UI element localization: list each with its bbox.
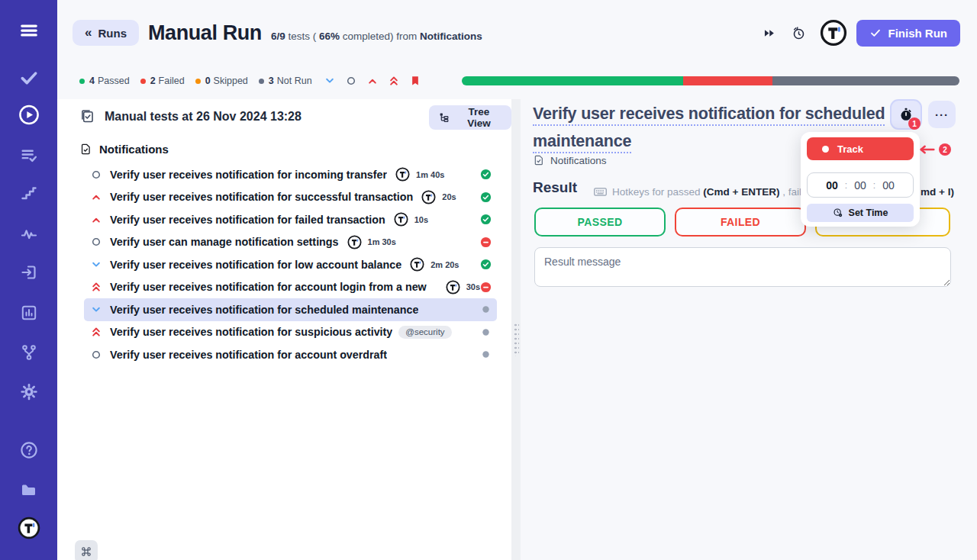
test-row[interactable]: Verify user receives notification for su… <box>84 321 497 344</box>
run-checklist-icon <box>79 108 95 124</box>
legend-item-skipped: 0Skipped <box>195 76 248 86</box>
status-dot <box>259 79 264 84</box>
play-circle-icon[interactable] <box>18 104 40 126</box>
page-title: Manual Run <box>148 21 262 45</box>
annotation-arrow-icon <box>916 144 937 155</box>
priority-high-icon <box>90 191 102 203</box>
test-title: Verify user receives notification for in… <box>110 169 387 181</box>
test-row[interactable]: Verify user receives notification for ac… <box>84 276 497 299</box>
tree-view-icon <box>438 111 450 124</box>
progress-segment-notrun <box>772 76 959 85</box>
pulse-icon[interactable] <box>20 225 38 243</box>
test-title: Verify user can manage notification sett… <box>110 236 339 248</box>
command-shortcut-button[interactable] <box>75 540 98 560</box>
progress-segment-failed <box>683 76 772 85</box>
chevrons-up-red-icon[interactable] <box>388 75 400 87</box>
priority-filters <box>324 75 421 87</box>
run-title-row: Manual tests at 26 Nov 2024 13:28 <box>79 108 301 124</box>
status-passed-icon <box>480 169 492 180</box>
test-source-logo-icon <box>395 167 410 182</box>
hours-input[interactable]: 00 <box>826 179 838 191</box>
failed-button[interactable]: FAILED <box>675 208 806 237</box>
status-notrun-icon <box>480 349 492 360</box>
list-check-icon[interactable] <box>19 146 38 165</box>
branch-icon[interactable] <box>20 343 38 362</box>
status-failed-icon <box>480 282 492 293</box>
check-icon[interactable] <box>19 67 39 87</box>
test-title: Verify user receives notification for lo… <box>110 259 401 271</box>
status-passed-icon <box>480 191 492 203</box>
help-icon[interactable] <box>20 441 38 459</box>
priority-normal-icon <box>90 236 102 248</box>
folder-icon[interactable] <box>20 481 38 499</box>
test-row[interactable]: Verify user receives notification for fa… <box>84 208 497 231</box>
hotkeys-text: Hotkeys for passed <box>612 186 703 198</box>
test-title: Verify user receives notification for ac… <box>110 349 387 361</box>
status-dot <box>79 79 85 84</box>
sidebar <box>0 0 57 560</box>
test-tag-badge: @security <box>398 326 451 339</box>
test-list-panel: Manual tests at 26 Nov 2024 13:28 Tree V… <box>57 99 511 560</box>
back-to-runs-button[interactable]: « Runs <box>73 20 139 46</box>
status-passed-icon <box>480 214 492 225</box>
test-source-logo-icon <box>410 257 424 272</box>
status-legend: 4Passed2Failed0Skipped3Not Run <box>79 76 312 86</box>
result-message-input[interactable] <box>534 247 951 287</box>
chart-icon[interactable] <box>20 304 38 322</box>
finish-run-label: Finish Run <box>888 27 948 40</box>
steps-icon[interactable] <box>20 184 38 202</box>
legend-count: 3 <box>269 76 274 86</box>
minutes-input[interactable]: 00 <box>854 179 866 191</box>
import-icon[interactable] <box>20 263 38 282</box>
fast-forward-icon[interactable] <box>762 26 776 40</box>
legend-count: 2 <box>150 76 156 86</box>
timer-popup: Track 00 : 00 : 00 Set Time <box>801 132 920 227</box>
test-row[interactable]: Verify user can manage notification sett… <box>84 231 497 254</box>
test-source-logo-icon <box>446 280 460 294</box>
test-row[interactable]: Verify user receives notification for su… <box>84 186 497 209</box>
legend-label: Failed <box>159 76 185 86</box>
test-detail-panel: Verify user receives notification for sc… <box>521 99 977 560</box>
test-row[interactable]: Verify user receives notification for lo… <box>84 253 497 276</box>
legend-label: Not Run <box>277 76 312 86</box>
logo-icon[interactable] <box>18 517 40 539</box>
legend-item-failed: 2Failed <box>140 76 185 86</box>
finish-run-button[interactable]: Finish Run <box>856 20 961 47</box>
top-header: « Runs Manual Run 6/9 tests ( 66% comple… <box>57 0 977 66</box>
test-row[interactable]: Verify user receives notification for ac… <box>84 343 497 366</box>
circle-outline-icon[interactable] <box>345 75 357 87</box>
test-title: Verify user receives notification for sc… <box>110 304 418 316</box>
status-passed-icon <box>480 259 492 270</box>
test-duration: 1m 40s <box>416 170 444 179</box>
summary-text: tests ( <box>285 31 319 42</box>
record-dot-icon <box>822 146 829 153</box>
suite-breadcrumb[interactable]: Notifications <box>533 154 607 166</box>
suite-header[interactable]: Notifications <box>79 143 169 156</box>
time-input-group: 00 : 00 : 00 <box>807 172 914 198</box>
set-time-button[interactable]: Set Time <box>807 204 914 222</box>
test-source-logo-icon <box>394 212 408 227</box>
chevron-up-red-icon[interactable] <box>366 75 379 87</box>
status-dot <box>195 79 201 84</box>
test-row[interactable]: Verify user receives notification for in… <box>84 163 497 186</box>
tree-view-button[interactable]: Tree View <box>429 105 511 130</box>
seconds-input[interactable]: 00 <box>882 179 895 191</box>
suite-name: Notifications <box>99 143 169 156</box>
passed-button[interactable]: PASSED <box>534 208 666 237</box>
test-title: Verify user receives notification for ac… <box>110 281 437 293</box>
test-row[interactable]: Verify user receives notification for sc… <box>84 298 497 321</box>
annotation-badge-2: 2 <box>939 143 951 156</box>
test-title: Verify user receives notification for fa… <box>110 214 385 226</box>
panel-resizer[interactable] <box>511 99 521 560</box>
track-time-button[interactable]: Track <box>807 137 914 160</box>
menu-icon[interactable] <box>19 21 39 40</box>
status-notrun-icon <box>480 304 492 315</box>
chevron-down-blue-icon[interactable] <box>324 75 336 87</box>
gear-icon[interactable] <box>19 382 38 401</box>
timer-icon[interactable] <box>792 26 806 40</box>
status-notrun-icon <box>480 327 492 338</box>
bookmark-red-icon[interactable] <box>409 75 421 87</box>
app-logo-icon[interactable] <box>820 19 847 47</box>
more-options-button[interactable]: ··· <box>928 101 956 128</box>
legend-label: Skipped <box>214 76 248 86</box>
